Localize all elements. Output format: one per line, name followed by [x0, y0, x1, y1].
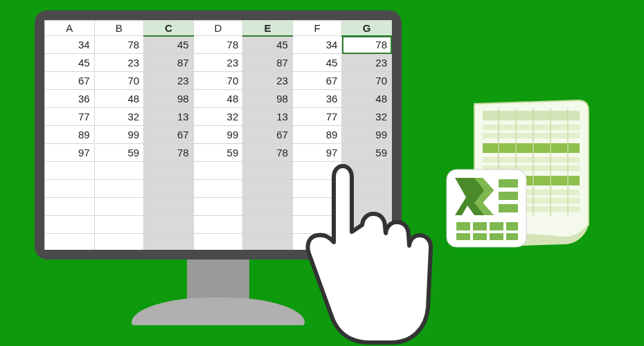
cell[interactable]: 97	[45, 144, 95, 162]
cell[interactable]: 87	[243, 54, 293, 72]
cell-empty[interactable]	[342, 234, 392, 251]
cell[interactable]: 78	[193, 36, 243, 54]
cell[interactable]: 23	[94, 54, 144, 72]
cell-empty[interactable]	[144, 162, 194, 180]
cell[interactable]: 13	[243, 108, 293, 126]
cell[interactable]: 78	[144, 144, 194, 162]
cell-empty[interactable]	[292, 234, 342, 251]
cell[interactable]: 13	[144, 108, 194, 126]
cell[interactable]: 45	[45, 54, 95, 72]
cell[interactable]: 32	[193, 108, 243, 126]
svg-rect-3	[483, 143, 580, 153]
cell[interactable]: 23	[193, 54, 243, 72]
cell-empty[interactable]	[292, 162, 342, 180]
cell[interactable]: 89	[292, 126, 342, 144]
cell[interactable]: 67	[292, 72, 342, 90]
svg-rect-25	[490, 233, 503, 240]
cell[interactable]: 87	[144, 54, 194, 72]
column-header-B[interactable]: B	[94, 21, 144, 36]
cell[interactable]: 67	[45, 72, 95, 90]
cell-empty[interactable]	[342, 198, 392, 216]
svg-rect-18	[499, 204, 518, 212]
cell-empty[interactable]	[94, 234, 144, 251]
cell[interactable]: 97	[292, 144, 342, 162]
cell[interactable]: 32	[342, 108, 392, 126]
column-header-F[interactable]: F	[292, 21, 342, 36]
cell-empty[interactable]	[243, 198, 293, 216]
cell[interactable]: 48	[342, 90, 392, 108]
cell-empty[interactable]	[45, 162, 95, 180]
cell-empty[interactable]	[94, 180, 144, 198]
column-header-D[interactable]: D	[193, 21, 243, 36]
cell-empty[interactable]	[45, 198, 95, 216]
cell-empty[interactable]	[292, 198, 342, 216]
cell[interactable]: 23	[342, 54, 392, 72]
cell-empty[interactable]	[342, 162, 392, 180]
svg-rect-17	[499, 192, 518, 200]
cell[interactable]: 36	[45, 90, 95, 108]
cell[interactable]: 59	[94, 144, 144, 162]
cell[interactable]: 48	[94, 90, 144, 108]
cell-empty[interactable]	[342, 216, 392, 234]
cell-empty[interactable]	[243, 162, 293, 180]
cell[interactable]: 36	[292, 90, 342, 108]
cell[interactable]: 99	[342, 126, 392, 144]
cell[interactable]: 48	[193, 90, 243, 108]
cell[interactable]: 78	[94, 36, 144, 54]
cell-empty[interactable]	[193, 198, 243, 216]
screen: ABCDEFG 34784578453478452387238745236770…	[44, 20, 392, 250]
cell[interactable]: 78	[243, 144, 293, 162]
cell-empty[interactable]	[193, 180, 243, 198]
cell-empty[interactable]	[292, 216, 342, 234]
cell[interactable]: 34	[45, 36, 95, 54]
cell[interactable]: 59	[342, 144, 392, 162]
cell-empty[interactable]	[342, 180, 392, 198]
cell-empty[interactable]	[243, 180, 293, 198]
cell[interactable]: 99	[94, 126, 144, 144]
cell[interactable]: 70	[342, 72, 392, 90]
cell-empty[interactable]	[45, 216, 95, 234]
column-header-E[interactable]: E	[243, 21, 293, 36]
cell[interactable]: 45	[144, 36, 194, 54]
svg-rect-2	[483, 133, 580, 138]
cell[interactable]: 59	[193, 144, 243, 162]
cell[interactable]: 70	[94, 72, 144, 90]
cell-empty[interactable]	[243, 234, 293, 251]
cell[interactable]: 98	[243, 90, 293, 108]
cell[interactable]: 45	[292, 54, 342, 72]
cell-empty[interactable]	[94, 162, 144, 180]
column-header-C[interactable]: C	[144, 21, 194, 36]
cell-empty[interactable]	[193, 162, 243, 180]
cell-empty[interactable]	[144, 198, 194, 216]
cell[interactable]: 67	[144, 126, 194, 144]
cell-empty[interactable]	[243, 216, 293, 234]
cell[interactable]: 99	[193, 126, 243, 144]
cell[interactable]: 45	[243, 36, 293, 54]
cell[interactable]: 23	[144, 72, 194, 90]
cell[interactable]: 34	[292, 36, 342, 54]
cell-empty[interactable]	[45, 180, 95, 198]
cell-empty[interactable]	[292, 180, 342, 198]
column-header-G[interactable]: G	[342, 21, 392, 36]
column-header-A[interactable]: A	[45, 21, 95, 36]
cell-empty[interactable]	[144, 234, 194, 251]
svg-rect-21	[490, 222, 503, 230]
cell-empty[interactable]	[94, 198, 144, 216]
cell-empty[interactable]	[45, 234, 95, 251]
cell[interactable]: 70	[193, 72, 243, 90]
cell-empty[interactable]	[193, 216, 243, 234]
cell-empty[interactable]	[144, 216, 194, 234]
cell[interactable]: 78	[342, 36, 392, 54]
cell-empty[interactable]	[94, 216, 144, 234]
cell[interactable]: 89	[45, 126, 95, 144]
cell-empty[interactable]	[144, 180, 194, 198]
cell[interactable]: 77	[45, 108, 95, 126]
cell[interactable]: 23	[243, 72, 293, 90]
cell-empty[interactable]	[193, 234, 243, 251]
cell[interactable]: 77	[292, 108, 342, 126]
svg-rect-20	[473, 222, 487, 230]
cell[interactable]: 98	[144, 90, 194, 108]
cell[interactable]: 32	[94, 108, 144, 126]
cell[interactable]: 67	[243, 126, 293, 144]
spreadsheet-table[interactable]: ABCDEFG 34784578453478452387238745236770…	[44, 20, 392, 250]
